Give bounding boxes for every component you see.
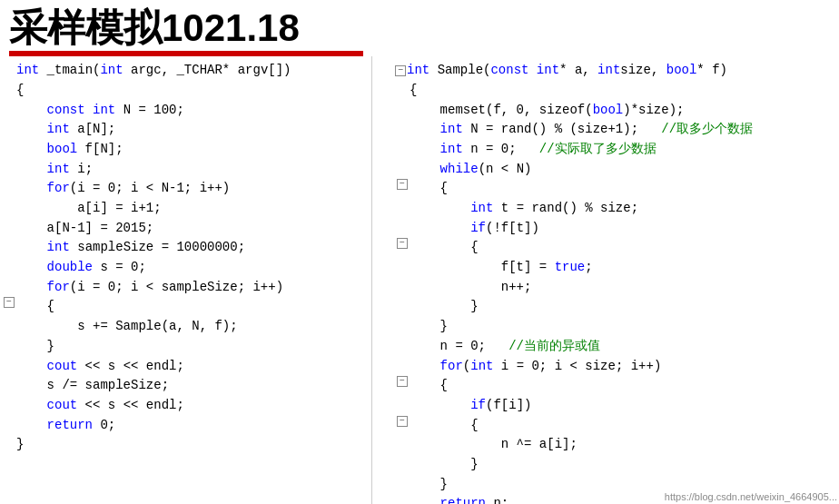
right-code-line: } [395,317,839,337]
line-content: s /= sampleSize; [16,376,371,396]
header-kw-bool: bool [666,61,697,81]
code-line: const int N = 100; [0,101,371,121]
left-panel: int _tmain(int argc, _TCHAR* argv[]){ co… [0,56,372,504]
line-content: for(i = 0; i < N-1; i++) [16,179,371,199]
code-line: int _tmain(int argc, _TCHAR* argv[]) [0,61,371,81]
code-line: s += Sample(a, N, f); [0,317,371,337]
code-line: bool f[N]; [0,140,371,160]
right-code-line: − { [395,416,839,436]
line-content: int sampleSize = 10000000; [16,238,371,258]
right-line-prefix: − [395,416,410,427]
code-line: return 0; [0,416,371,436]
right-code-line: − { [395,376,839,396]
code-line: int sampleSize = 10000000; [0,238,371,258]
line-content: { [16,297,371,317]
right-line-content: for(int i = 0; i < size; i++) [410,357,661,377]
line-content: bool f[N]; [16,140,371,160]
code-line: int i; [0,160,371,180]
line-content: a[N-1] = 2015; [16,219,371,239]
right-panel: − int Sample(const int* a, int size, boo… [372,56,839,504]
right-header: − int Sample(const int* a, int size, boo… [395,61,839,81]
right-line-content: } [410,297,479,317]
right-line-prefix: − [395,376,410,387]
header-params: * a, [559,61,597,81]
right-line-content: } [410,475,448,495]
right-code-line: if(!f[t]) [395,219,839,239]
code-line: cout << s << endl; [0,396,371,416]
header-params2: size, [620,61,666,81]
right-line-prefix: − [395,238,410,249]
header-params3: * f) [696,61,727,81]
right-line-content: return n; [410,494,508,504]
line-content: const int N = 100; [16,101,371,121]
right-code-line: n = 0; //当前的异或值 [395,337,839,357]
code-line: − { [0,297,371,317]
right-code-line: while(n < N) [395,160,839,180]
line-prefix: − [2,297,16,308]
right-code-line: int N = rand() % (size+1); //取多少个数据 [395,120,839,140]
right-line-content: { [410,81,417,101]
line-content: cout << s << endl; [16,357,371,377]
collapse-btn-right[interactable]: − [397,238,408,249]
right-code-line: int n = 0; //实际取了多少数据 [395,140,839,160]
title-area: 采样模拟1021.18 [0,0,839,56]
right-line-content: if(f[i]) [410,396,531,416]
header-fn: Sample( [438,61,491,81]
page-title: 采样模拟1021.18 [9,7,830,49]
line-content: a[i] = i+1; [16,199,371,219]
right-line-content: int n = 0; //实际取了多少数据 [410,140,656,160]
right-code-line: n ^= a[i]; [395,435,839,455]
right-code-line: − { [395,179,839,199]
watermark: https://blog.csdn.net/weixin_4664905... [665,491,837,502]
right-line-content: int t = rand() % size; [410,199,638,219]
header-kw-int: int [407,61,429,81]
line-content: int i; [16,160,371,180]
right-line-content: n++; [410,278,531,298]
code-line: int a[N]; [0,120,371,140]
right-line-content: { [410,416,479,436]
code-line: s /= sampleSize; [0,376,371,396]
right-line-content: } [410,317,448,337]
code-line: a[N-1] = 2015; [0,219,371,239]
collapse-btn-right[interactable]: − [397,376,408,387]
right-line-content: f[t] = true; [410,258,593,278]
right-code-line: { [395,81,839,101]
collapse-btn-header[interactable]: − [395,65,406,76]
right-line-content: } [410,455,479,475]
line-content: for(i = 0; i < sampleSize; i++) [16,278,371,298]
code-line: double s = 0; [0,258,371,278]
code-line: cout << s << endl; [0,357,371,377]
right-code-block: { memset(f, 0, sizeof(bool)*size); int N… [395,81,839,504]
right-line-content: n = 0; //当前的异或值 [410,337,600,357]
code-line: for(i = 0; i < N-1; i++) [0,179,371,199]
collapse-btn-right[interactable]: − [397,179,408,190]
line-content: double s = 0; [16,258,371,278]
code-line: { [0,81,371,101]
right-line-prefix: − [395,179,410,190]
line-content: cout << s << endl; [16,396,371,416]
line-content: return 0; [16,416,371,436]
line-content: s += Sample(a, N, f); [16,317,371,337]
right-code-line: if(f[i]) [395,396,839,416]
header-kw-int2: int [537,61,559,81]
right-code-line: f[t] = true; [395,258,839,278]
line-content: } [16,337,371,357]
right-line-content: n ^= a[i]; [410,435,577,455]
right-code-line: − { [395,238,839,258]
left-code-block: int _tmain(int argc, _TCHAR* argv[]){ co… [0,61,371,455]
content-area: int _tmain(int argc, _TCHAR* argv[]){ co… [0,56,839,504]
right-code-line: } [395,297,839,317]
line-content: int a[N]; [16,120,371,140]
code-line: } [0,435,371,455]
code-line: for(i = 0; i < sampleSize; i++) [0,278,371,298]
collapse-btn-right[interactable]: − [397,416,408,427]
right-line-content: { [410,179,448,199]
right-line-content: if(!f[t]) [410,219,539,239]
collapse-btn[interactable]: − [4,297,15,308]
right-code-line: n++; [395,278,839,298]
right-line-content: while(n < N) [410,160,531,180]
line-content: { [16,81,371,101]
code-line: a[i] = i+1; [0,199,371,219]
right-line-content: int N = rand() % (size+1); //取多少个数据 [410,120,753,140]
header-kw-const: const [490,61,528,81]
